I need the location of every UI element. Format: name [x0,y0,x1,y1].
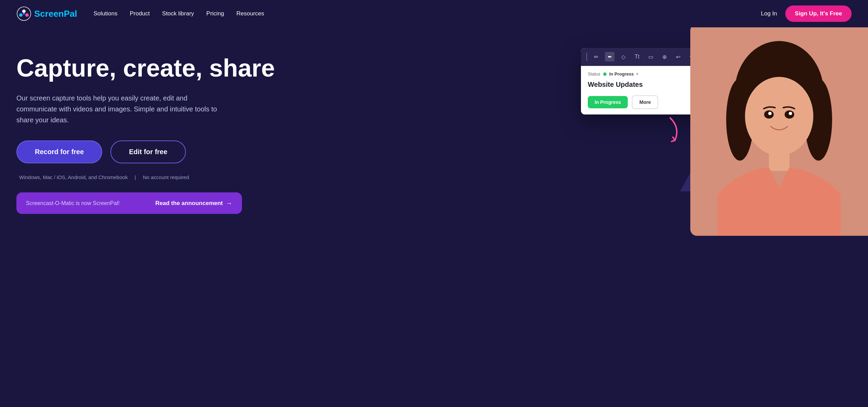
zoom-icon[interactable]: ⊕ [660,52,669,62]
status-value: In Progress [609,71,634,77]
hero-description: Our screen capture tools help you easily… [16,93,221,125]
navigation: ScreenPal Solutions Product Stock librar… [0,0,868,27]
signup-button[interactable]: Sign Up, It's Free [785,5,852,22]
record-for-free-button[interactable]: Record for free [16,140,102,163]
nav-pricing[interactable]: Pricing [206,10,224,17]
announcement-link[interactable]: Read the announcement → [155,199,232,207]
svg-point-4 [23,13,25,15]
hero-title: Capture, create, share [16,55,275,82]
hero-meta: Windows, Mac / iOS, Android, and Chromeb… [16,174,275,180]
nav-resources[interactable]: Resources [236,10,264,17]
svg-point-14 [789,112,792,115]
nav-solutions[interactable]: Solutions [94,10,118,17]
arrow-right-icon: → [226,199,232,207]
widget-in-progress-button[interactable]: In Progress [588,96,628,108]
svg-rect-10 [769,150,789,171]
account-text: No account required [143,174,189,180]
chevron-down-icon: ▾ [636,72,638,76]
announcement-link-label: Read the announcement [155,200,223,207]
svg-point-3 [25,13,29,17]
announcement-banner[interactable]: Screencast-O-Matic is now ScreenPal! Rea… [16,192,242,214]
status-label: Status [588,71,600,77]
svg-point-13 [768,112,772,115]
hero-section: Capture, create, share Our screen captur… [0,27,868,239]
status-dot-green [603,72,607,76]
widget-more-button[interactable]: More [632,95,658,109]
svg-point-9 [745,77,813,155]
edit-for-free-button[interactable]: Edit for free [110,140,186,163]
svg-point-2 [19,13,23,17]
platforms-text: Windows, Mac / iOS, Android, and Chromeb… [19,174,128,180]
logo-text: ScreenPal [34,9,77,19]
meta-divider: | [135,174,136,180]
hero-buttons: Record for free Edit for free [16,140,275,163]
pen-icon[interactable]: ✒ [605,52,614,62]
draw-icon[interactable]: ✏ [591,52,601,62]
login-button[interactable]: Log In [761,10,777,17]
logo[interactable]: ScreenPal [16,6,77,21]
nav-stock-library[interactable]: Stock library [162,10,194,17]
svg-point-1 [22,10,26,13]
hero-visual: ✏ ✒ ◇ Tt ▭ ⊕ ↩ ↪ Status In Progress ▾ We… [560,27,868,239]
hero-person-image [690,27,868,236]
nav-product[interactable]: Product [130,10,150,17]
announcement-text: Screencast-O-Matic is now ScreenPal! [26,200,120,206]
toolbar-divider [586,53,587,61]
nav-actions: Log In Sign Up, It's Free [761,5,852,22]
eraser-icon[interactable]: ◇ [619,52,628,62]
rectangle-icon[interactable]: ▭ [646,52,655,62]
nav-links: Solutions Product Stock library Pricing … [94,10,761,17]
text-icon[interactable]: Tt [632,52,642,62]
undo-icon[interactable]: ↩ [673,52,683,62]
hero-content: Capture, create, share Our screen captur… [16,48,275,214]
logo-icon [16,6,31,21]
